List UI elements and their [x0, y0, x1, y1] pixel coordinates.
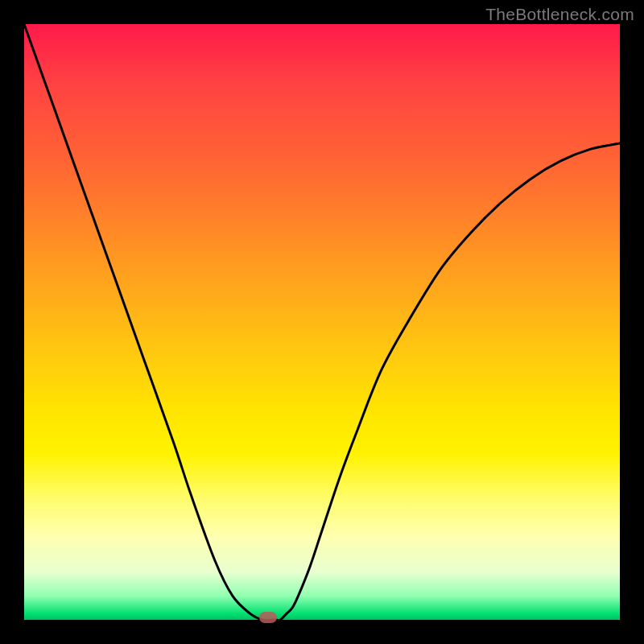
optimum-marker: [259, 612, 277, 623]
plot-area: [24, 24, 620, 620]
watermark-text: TheBottleneck.com: [485, 5, 634, 24]
chart-frame: TheBottleneck.com: [0, 0, 644, 644]
curve-layer: [24, 24, 620, 620]
bottleneck-curve: [24, 24, 620, 620]
